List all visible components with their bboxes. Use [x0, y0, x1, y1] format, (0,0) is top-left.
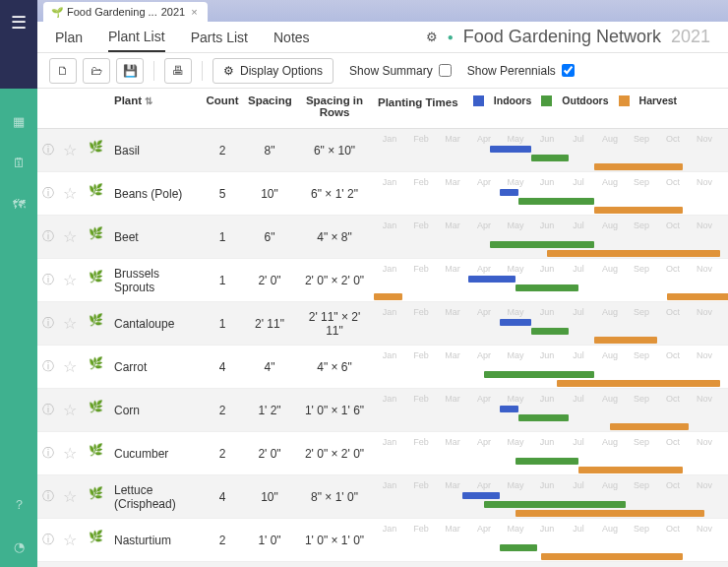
plant-count: 1	[201, 259, 244, 302]
info-icon[interactable]: ⓘ	[42, 446, 54, 460]
favorite-star-icon[interactable]: ☆	[63, 358, 77, 375]
col-spacing-in-rows[interactable]: Spacing in Rows	[295, 89, 374, 129]
col-plant[interactable]: Plant ⇅	[110, 89, 201, 129]
show-perennials-checkbox[interactable]	[562, 64, 575, 77]
plant-spacing-in-rows: 1' 0" × 1' 0"	[295, 519, 374, 562]
help-icon[interactable]: ？	[8, 494, 30, 516]
plant-name[interactable]: Onion	[110, 562, 201, 568]
favorite-star-icon[interactable]: ☆	[63, 402, 77, 418]
plant-name[interactable]: Brussels Sprouts	[110, 259, 201, 302]
plant-name[interactable]: Beet	[110, 216, 201, 259]
table-row: ⓘ☆🌿Lettuce (Crisphead)410"8" × 1' 0"JanF…	[37, 475, 728, 519]
plant-name[interactable]: Cucumber	[110, 432, 201, 475]
info-icon[interactable]: ⓘ	[42, 359, 54, 373]
document-tab-year: 2021	[161, 6, 185, 18]
favorite-star-icon[interactable]: ☆	[63, 185, 77, 202]
favorite-star-icon[interactable]: ☆	[63, 445, 77, 462]
col-count[interactable]: Count	[201, 89, 244, 129]
legend-indoors-label: Indoors	[494, 94, 532, 106]
legend-harvest-swatch	[619, 95, 630, 106]
corn-icon: 🌿	[85, 400, 106, 421]
open-button[interactable]: 🗁	[83, 58, 110, 84]
app-sidebar: ☰ ▦ 🗓 🗺 ？ ◔	[0, 0, 37, 567]
tab-plant-list[interactable]: Plant List	[108, 23, 165, 52]
info-icon[interactable]: ⓘ	[42, 229, 54, 243]
favorite-star-icon[interactable]: ☆	[63, 488, 77, 505]
network-year: 2021	[671, 27, 710, 47]
plant-spacing: 10"	[244, 475, 295, 519]
plant-name[interactable]: Basil	[110, 129, 201, 172]
info-icon[interactable]: ⓘ	[42, 316, 54, 330]
sidebar-map-icon[interactable]: 🗺	[8, 193, 30, 215]
table-row: ⓘ☆🌿Basil28"6" × 10"JanFebMarAprMayJunJul…	[37, 129, 728, 172]
close-icon[interactable]: ×	[189, 6, 199, 18]
tab-parts-list[interactable]: Parts List	[191, 24, 248, 51]
network-title: Food Gardening Network	[463, 27, 661, 47]
display-options-label: Display Options	[240, 64, 323, 78]
plant-spacing-in-rows: 1' 0" × 1' 6"	[295, 389, 374, 432]
document-tab[interactable]: 🌱 Food Gardening ... 2021 ×	[43, 2, 208, 22]
show-summary-checkbox[interactable]	[439, 64, 452, 77]
planting-timeline	[374, 362, 728, 386]
plant-name[interactable]: Corn	[110, 389, 201, 432]
gear-icon[interactable]: ⚙	[426, 30, 438, 44]
plant-spacing: 6"	[244, 216, 295, 259]
plant-name[interactable]: Nasturtium	[110, 519, 201, 562]
plant-count: 2	[201, 129, 244, 172]
plant-spacing-in-rows: 2' 0" × 2' 0"	[295, 259, 374, 302]
plant-spacing: 2' 11"	[244, 302, 295, 346]
plant-spacing: 10"	[244, 172, 295, 216]
print-button[interactable]: 🖶	[164, 58, 192, 84]
plant-list-grid[interactable]: Plant ⇅ Count Spacing Spacing in Rows Pl…	[37, 89, 728, 567]
sidebar-planner-icon[interactable]: 🗓	[8, 152, 30, 173]
lettuce-icon: 🌿	[85, 486, 106, 508]
plant-spacing-in-rows: 4" × 8"	[295, 562, 374, 568]
info-icon[interactable]: ⓘ	[42, 403, 54, 416]
legend-harvest-label: Harvest	[639, 94, 678, 106]
plant-name[interactable]: Lettuce (Crisphead)	[110, 475, 201, 519]
legend-indoors-swatch	[473, 95, 484, 106]
plant-count: 2	[201, 389, 244, 432]
favorite-star-icon[interactable]: ☆	[63, 228, 77, 245]
sidebar-grid-icon[interactable]: ▦	[8, 110, 30, 132]
display-options-button[interactable]: ⚙ Display Options	[212, 58, 334, 84]
col-spacing[interactable]: Spacing	[244, 89, 295, 129]
new-button[interactable]: 🗋	[49, 58, 77, 84]
status-dot-icon: ●	[448, 32, 454, 42]
info-icon[interactable]: ⓘ	[42, 143, 54, 157]
planting-timeline	[374, 232, 728, 256]
plant-name[interactable]: Beans (Pole)	[110, 172, 201, 216]
document-tab-bar: 🌱 Food Gardening ... 2021 ×	[37, 0, 728, 22]
plant-spacing-in-rows: 4" × 6"	[295, 346, 374, 389]
plant-spacing: 8"	[244, 129, 295, 172]
plant-name[interactable]: Carrot	[110, 346, 201, 389]
info-icon[interactable]: ⓘ	[42, 186, 54, 200]
plant-spacing-in-rows: 2' 0" × 2' 0"	[295, 432, 374, 475]
account-icon[interactable]: ◔	[8, 536, 30, 557]
info-icon[interactable]: ⓘ	[42, 489, 54, 503]
favorite-star-icon[interactable]: ☆	[63, 272, 77, 288]
tab-notes[interactable]: Notes	[273, 24, 310, 51]
favorite-star-icon[interactable]: ☆	[63, 142, 77, 158]
sort-icon: ⇅	[145, 95, 152, 106]
show-perennials-toggle[interactable]: Show Perennials	[467, 64, 575, 78]
document-tab-title: Food Gardening ...	[67, 6, 157, 18]
brussels-icon: 🌿	[85, 270, 106, 291]
show-summary-label: Show Summary	[349, 64, 433, 78]
table-row: ⓘ☆🌿Beans (Pole)510"6" × 1' 2"JanFebMarAp…	[37, 172, 728, 216]
plant-name[interactable]: Cantaloupe	[110, 302, 201, 346]
show-summary-toggle[interactable]: Show Summary	[349, 64, 452, 78]
plant-spacing-in-rows: 6" × 1' 2"	[295, 172, 374, 216]
nav-tabs: Plan Plant List Parts List Notes ⚙ ● Foo…	[37, 22, 728, 53]
favorite-star-icon[interactable]: ☆	[63, 532, 77, 548]
tab-plan[interactable]: Plan	[55, 24, 83, 51]
menu-icon[interactable]: ☰	[11, 12, 27, 33]
info-icon[interactable]: ⓘ	[42, 273, 54, 286]
planting-timeline	[374, 189, 728, 213]
table-row: ⓘ☆🌿Brussels Sprouts12' 0"2' 0" × 2' 0"Ja…	[37, 259, 728, 302]
info-icon[interactable]: ⓘ	[42, 533, 54, 546]
basil-icon: 🌿	[85, 140, 106, 161]
save-button[interactable]: 💾	[116, 58, 144, 84]
carrot-icon: 🌿	[85, 356, 106, 378]
favorite-star-icon[interactable]: ☆	[63, 315, 77, 332]
